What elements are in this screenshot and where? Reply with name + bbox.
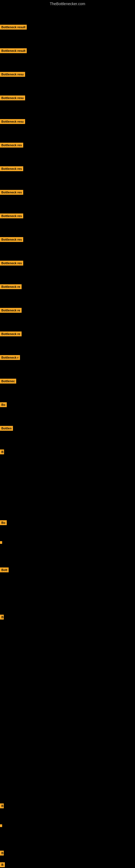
bottleneck-row: Bottlenec xyxy=(0,376,16,386)
rows-container: Bottleneck resultBottleneck resultBottle… xyxy=(0,7,135,868)
bottleneck-row: B xyxy=(0,447,4,457)
bottleneck-row: Bottleneck result xyxy=(0,22,27,32)
bottleneck-badge: Bottleneck res xyxy=(0,261,23,266)
bottleneck-row-sliver xyxy=(0,541,2,544)
bottleneck-row-sliver xyxy=(0,824,2,827)
bottleneck-badge: Bottleneck resu xyxy=(0,119,25,124)
bottleneck-badge: Bott xyxy=(0,567,9,572)
bottleneck-badge: Bottleneck result xyxy=(0,25,27,30)
bottleneck-row: B xyxy=(0,848,4,858)
bottleneck-badge: Bottlenec xyxy=(0,379,16,383)
bottleneck-row: Bottleneck res xyxy=(0,140,23,150)
bottleneck-row: Bottleneck re xyxy=(0,329,21,339)
bottleneck-badge: B xyxy=(0,862,5,867)
bottleneck-badge: Bottleneck result xyxy=(0,48,27,53)
bottleneck-badge: Bottleneck re xyxy=(0,332,21,336)
bottleneck-badge: Bo xyxy=(0,520,7,525)
bottleneck-row: Bo xyxy=(0,518,7,528)
bottleneck-badge: Bottleneck re xyxy=(0,308,21,313)
bottleneck-row: Bottleneck res xyxy=(0,258,23,268)
bottleneck-badge: B xyxy=(0,450,4,454)
bottleneck-row: Bottleneck re xyxy=(0,282,21,292)
bottleneck-row: Bottleneck res xyxy=(0,187,23,197)
bottleneck-badge: Bottleneck r xyxy=(0,355,20,360)
bottleneck-row: Bottleneck res xyxy=(0,211,23,221)
bottleneck-row: Bo xyxy=(0,400,7,410)
bottleneck-badge: Bottleneck resu xyxy=(0,72,25,77)
bottleneck-badge: B xyxy=(0,803,4,808)
bottleneck-badge: Bottleneck re xyxy=(0,284,21,289)
bottleneck-row: Bott xyxy=(0,565,9,575)
bottleneck-row: Bottleneck resu xyxy=(0,69,25,80)
bottleneck-badge: Bottleneck res xyxy=(0,166,23,171)
bottleneck-badge: Bottleneck resu xyxy=(0,95,25,100)
bottleneck-badge: Bottlen xyxy=(0,426,13,431)
bottleneck-row: Bottleneck result xyxy=(0,45,27,56)
bottleneck-badge: B xyxy=(0,615,4,620)
bottleneck-badge: Bo xyxy=(0,402,7,407)
bottleneck-row: Bottleneck res xyxy=(0,235,23,245)
bottleneck-row: Bottleneck re xyxy=(0,305,21,315)
bottleneck-row: B xyxy=(0,612,4,622)
bottleneck-row: Bottleneck resu xyxy=(0,116,25,127)
bottleneck-row: Bottleneck r xyxy=(0,352,20,363)
bottleneck-row: Bottlen xyxy=(0,423,13,433)
bottleneck-row: Bottleneck res xyxy=(0,163,23,174)
bottleneck-badge: Bottleneck res xyxy=(0,190,23,195)
bottleneck-badge: B xyxy=(0,850,4,856)
bottleneck-badge: Bottleneck res xyxy=(0,214,23,218)
site-title: TheBottlenecker.com xyxy=(0,0,135,7)
bottleneck-row: B xyxy=(0,860,5,868)
bottleneck-badge: Bottleneck res xyxy=(0,237,23,242)
bottleneck-row: B xyxy=(0,801,4,811)
bottleneck-badge: Bottleneck res xyxy=(0,143,23,148)
bottleneck-row: Bottleneck resu xyxy=(0,93,25,103)
